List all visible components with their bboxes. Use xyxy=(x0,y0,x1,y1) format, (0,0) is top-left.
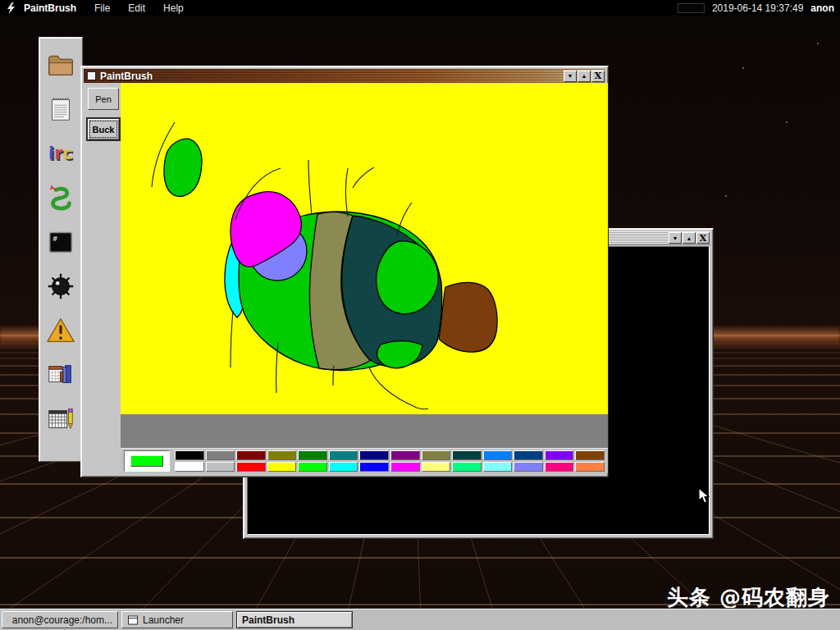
irc-letter: c xyxy=(63,144,73,163)
mine-icon xyxy=(45,271,76,302)
clock: 2019-06-14 19:37:49 xyxy=(712,2,803,14)
irc-letter: r xyxy=(54,144,62,163)
menu-file[interactable]: File xyxy=(94,2,110,14)
shade-button[interactable]: ▼ xyxy=(564,71,577,82)
palette-swatch[interactable] xyxy=(298,462,327,472)
dock-item-notepad[interactable] xyxy=(44,93,77,126)
dock-item-file-manager[interactable] xyxy=(44,48,77,81)
buck-tool-button[interactable]: Buck xyxy=(86,117,121,141)
palette-swatch[interactable] xyxy=(514,462,543,472)
palette-swatch[interactable] xyxy=(206,450,235,460)
close-button[interactable]: X xyxy=(591,71,605,82)
canvas-viewport xyxy=(121,83,608,448)
pen-tool-button[interactable]: Pen xyxy=(88,88,119,110)
palette-swatch[interactable] xyxy=(175,450,204,460)
palette-swatch[interactable] xyxy=(545,450,574,460)
menubar: PaintBrush File Edit Help 2019-06-14 19:… xyxy=(0,0,840,16)
dock-item-terminal[interactable]: # xyxy=(44,226,77,258)
maximize-button[interactable]: ▲ xyxy=(578,71,591,82)
current-color-box xyxy=(124,450,170,472)
warning-icon xyxy=(45,315,76,346)
terminal-glyph: # xyxy=(53,234,58,243)
window-icon xyxy=(87,71,96,80)
status-indicator xyxy=(678,3,705,13)
taskbar-button-label: PaintBrush xyxy=(242,614,294,626)
dock-item-irc[interactable]: irc xyxy=(44,137,77,170)
palette-swatch[interactable] xyxy=(452,450,482,460)
palette-swatch[interactable] xyxy=(267,462,297,472)
palette-swatch[interactable] xyxy=(359,462,389,472)
tool-column: Pen Buck xyxy=(84,83,121,474)
current-color-swatch xyxy=(130,455,163,467)
palette-swatch[interactable] xyxy=(390,450,420,460)
star xyxy=(742,67,744,69)
shade-button[interactable]: ▼ xyxy=(669,232,682,244)
taskbar-button-label: anon@courage:/hom... xyxy=(12,614,112,626)
star xyxy=(725,195,727,197)
username: anon xyxy=(810,2,834,14)
irc-icon: irc xyxy=(48,145,73,162)
notepad-icon xyxy=(45,94,76,125)
palette-swatch[interactable] xyxy=(390,462,420,472)
taskbar-button-paintbrush[interactable]: PaintBrush xyxy=(236,611,353,628)
dock-item-organizer[interactable] xyxy=(44,358,77,391)
dock-item-spreadsheet[interactable] xyxy=(44,403,77,436)
palette-swatch[interactable] xyxy=(236,450,266,460)
folder-icon xyxy=(45,49,76,80)
snake-icon xyxy=(45,182,76,213)
dock-item-minesweeper[interactable] xyxy=(44,270,77,303)
palette-swatch[interactable] xyxy=(483,462,513,472)
palette-swatch[interactable] xyxy=(206,462,235,472)
dock-item-alerts[interactable] xyxy=(44,314,77,347)
taskbar: anon@courage:/hom... Launcher PaintBrush xyxy=(0,609,840,630)
terminal-icon xyxy=(7,614,8,626)
palette-swatch[interactable] xyxy=(575,450,605,460)
books-icon xyxy=(45,359,76,390)
palette-swatch[interactable] xyxy=(175,462,204,472)
palette-swatch[interactable] xyxy=(329,450,358,460)
taskbar-button-terminal[interactable]: anon@courage:/hom... xyxy=(2,611,118,628)
palette-swatch[interactable] xyxy=(422,450,451,460)
palette-swatch[interactable] xyxy=(545,462,574,472)
window-title: PaintBrush xyxy=(100,71,153,82)
palette-swatch[interactable] xyxy=(575,462,605,472)
terminal-icon: # xyxy=(45,226,76,258)
window-icon xyxy=(127,614,139,626)
palette-swatch[interactable] xyxy=(483,450,513,460)
maximize-button[interactable]: ▲ xyxy=(682,232,696,244)
palette-swatch[interactable] xyxy=(267,450,297,460)
menu-app-name[interactable]: PaintBrush xyxy=(24,2,76,14)
palette-swatch[interactable] xyxy=(298,450,327,460)
palette-swatch[interactable] xyxy=(236,462,266,472)
dock: irc # xyxy=(39,37,83,462)
dock-item-python[interactable] xyxy=(44,181,77,214)
star xyxy=(817,43,819,44)
menu-help[interactable]: Help xyxy=(163,2,184,14)
paint-canvas[interactable] xyxy=(121,83,608,414)
palette-swatch[interactable] xyxy=(359,450,389,460)
palette-swatch[interactable] xyxy=(514,450,543,460)
taskbar-button-launcher[interactable]: Launcher xyxy=(121,611,233,628)
close-button[interactable]: X xyxy=(696,232,710,244)
taskbar-button-label: Launcher xyxy=(143,614,184,626)
palette-grid xyxy=(175,450,605,472)
palette-swatch[interactable] xyxy=(329,462,358,472)
menu-edit[interactable]: Edit xyxy=(128,2,145,14)
palette-swatch[interactable] xyxy=(452,462,482,472)
paintbrush-titlebar[interactable]: PaintBrush ▼ ▲ X xyxy=(84,69,605,83)
lightning-icon[interactable] xyxy=(7,2,16,14)
paintbrush-window: PaintBrush ▼ ▲ X Pen Buck xyxy=(80,66,609,477)
watermark: 头条 @码农翻身 xyxy=(667,583,830,612)
grid-pencil-icon xyxy=(45,404,76,435)
color-palette xyxy=(121,448,608,473)
palette-swatch[interactable] xyxy=(422,462,451,472)
star xyxy=(786,121,788,123)
